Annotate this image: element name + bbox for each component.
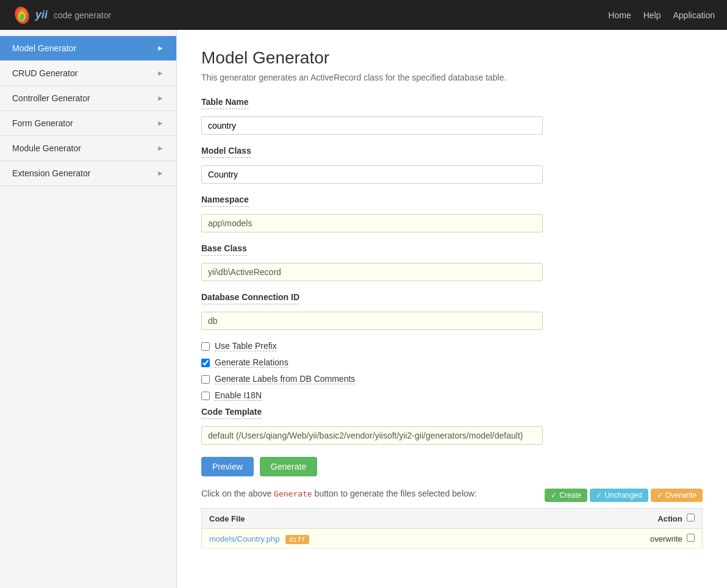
generate-section: Click on the above Generate button to ge… xyxy=(201,489,703,502)
diff-badge[interactable]: diff xyxy=(285,535,309,544)
model-class-input[interactable] xyxy=(201,165,543,184)
chevron-right-icon: ► xyxy=(157,144,164,152)
code-template-input[interactable] xyxy=(201,426,543,445)
nav-help-link[interactable]: Help xyxy=(643,10,661,20)
code-template-label: Code Template xyxy=(201,407,262,419)
sidebar-item-controller-generator[interactable]: Controller Generator ► xyxy=(0,86,176,111)
main-content: Model Generator This generator generates… xyxy=(177,30,727,588)
files-table: Code File Action models/Country.php diff… xyxy=(201,508,703,549)
sidebar-item-form-generator[interactable]: Form Generator ► xyxy=(0,111,176,136)
chevron-right-icon: ► xyxy=(157,119,164,127)
generate-relations-checkbox[interactable] xyxy=(201,359,210,367)
action-row-checkbox[interactable] xyxy=(687,534,695,542)
legend-badges: ✓ Create ✓ Unchanged ✓ Overwrite xyxy=(545,489,703,502)
action-header-checkbox[interactable] xyxy=(687,514,695,522)
action-buttons: Preview Generate xyxy=(201,457,703,476)
db-connection-group: Database Connection ID xyxy=(201,292,703,330)
sidebar-item-label: Form Generator xyxy=(12,118,73,128)
sidebar-item-label: Controller Generator xyxy=(12,93,90,103)
col-codefile: Code File xyxy=(202,509,629,529)
top-navigation: yii code generator Home Help Application xyxy=(0,0,727,30)
use-table-prefix-checkbox[interactable] xyxy=(201,342,210,351)
generate-message: Click on the above Generate button to ge… xyxy=(201,489,477,498)
checkmark-icon: ✓ xyxy=(551,491,557,500)
sidebar-item-crud-generator[interactable]: CRUD Generator ► xyxy=(0,61,176,86)
logo-yii-text: yii xyxy=(35,9,48,21)
logo: yii code generator xyxy=(12,5,111,25)
table-name-group: Table Name xyxy=(201,97,703,135)
sidebar: Model Generator ► CRUD Generator ► Contr… xyxy=(0,30,177,588)
generate-button[interactable]: Generate xyxy=(260,457,317,476)
use-table-prefix-label[interactable]: Use Table Prefix xyxy=(215,341,277,351)
generate-code-text: Generate xyxy=(274,489,312,498)
generate-labels-label[interactable]: Generate Labels from DB Comments xyxy=(215,374,355,384)
db-connection-input[interactable] xyxy=(201,312,543,330)
chevron-right-icon: ► xyxy=(157,44,164,52)
table-name-input[interactable] xyxy=(201,117,543,135)
generate-labels-checkbox[interactable] xyxy=(201,375,210,384)
sidebar-item-model-generator[interactable]: Model Generator ► xyxy=(0,36,176,61)
file-cell: models/Country.php diff xyxy=(202,529,629,549)
checkmark-icon: ✓ xyxy=(657,491,663,500)
col-action: Action xyxy=(629,509,703,529)
use-table-prefix-group: Use Table Prefix xyxy=(201,341,703,351)
main-layout: Model Generator ► CRUD Generator ► Contr… xyxy=(0,30,727,588)
base-class-input[interactable] xyxy=(201,263,543,281)
checkmark-icon: ✓ xyxy=(596,491,602,500)
base-class-group: Base Class xyxy=(201,243,703,281)
sidebar-item-extension-generator[interactable]: Extension Generator ► xyxy=(0,161,176,186)
generate-relations-group: Generate Relations xyxy=(201,357,703,368)
namespace-group: Namespace xyxy=(201,195,703,232)
code-template-group: Code Template xyxy=(201,407,703,445)
page-description: This generator generates an ActiveRecord… xyxy=(201,73,703,82)
badge-overwrite: ✓ Overwrite xyxy=(651,489,703,502)
model-class-label: Model Class xyxy=(201,146,251,158)
action-text: overwrite xyxy=(650,534,682,543)
chevron-right-icon: ► xyxy=(157,69,164,77)
sidebar-item-label: Extension Generator xyxy=(12,168,90,178)
logo-subtitle: code generator xyxy=(54,10,111,20)
base-class-label: Base Class xyxy=(201,243,247,256)
enable-i18n-checkbox[interactable] xyxy=(201,392,210,400)
logo-icon xyxy=(12,5,32,25)
enable-i18n-label[interactable]: Enable I18N xyxy=(215,390,262,401)
file-link[interactable]: models/Country.php xyxy=(209,534,279,543)
generate-labels-group: Generate Labels from DB Comments xyxy=(201,374,703,384)
sidebar-item-label: Model Generator xyxy=(12,43,76,53)
nav-application-link[interactable]: Application xyxy=(673,10,715,20)
chevron-right-icon: ► xyxy=(157,94,164,102)
preview-button[interactable]: Preview xyxy=(201,457,254,476)
sidebar-item-label: Module Generator xyxy=(12,143,81,153)
sidebar-item-module-generator[interactable]: Module Generator ► xyxy=(0,136,176,161)
model-class-group: Model Class xyxy=(201,146,703,184)
badge-create: ✓ Create xyxy=(545,489,587,502)
nav-home-link[interactable]: Home xyxy=(608,10,631,20)
page-title: Model Generator xyxy=(201,48,703,68)
namespace-label: Namespace xyxy=(201,195,249,207)
badge-unchanged: ✓ Unchanged xyxy=(590,489,648,502)
namespace-input[interactable] xyxy=(201,214,543,232)
nav-links: Home Help Application xyxy=(608,10,715,20)
table-row: models/Country.php diff overwrite xyxy=(202,529,703,549)
db-connection-label: Database Connection ID xyxy=(201,292,299,304)
action-cell: overwrite xyxy=(629,529,703,549)
chevron-right-icon: ► xyxy=(157,169,164,177)
generate-relations-label[interactable]: Generate Relations xyxy=(215,357,288,368)
enable-i18n-group: Enable I18N xyxy=(201,390,703,401)
table-name-label: Table Name xyxy=(201,97,249,109)
sidebar-item-label: CRUD Generator xyxy=(12,68,77,78)
